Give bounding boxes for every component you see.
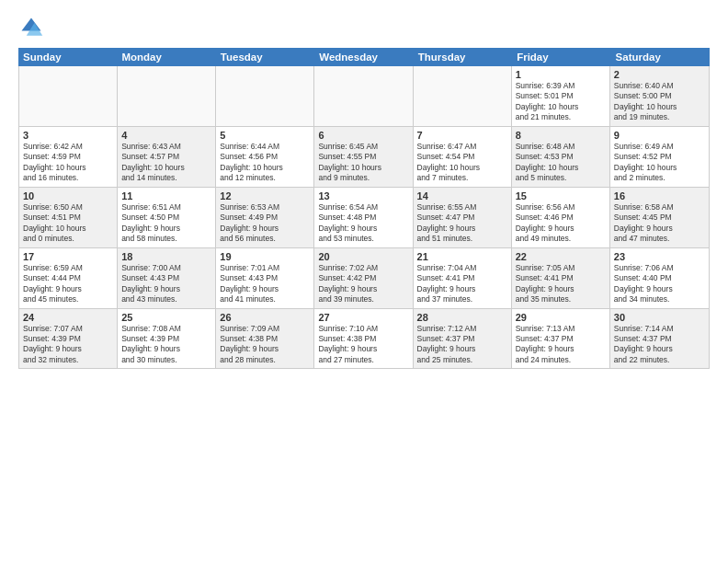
day-number: 11	[121, 190, 211, 201]
calendar-header-cell: Saturday	[611, 48, 710, 66]
day-number: 6	[318, 130, 408, 141]
calendar-header-cell: Thursday	[414, 48, 512, 66]
day-info: Sunrise: 6:39 AM Sunset: 5:01 PM Dayligh…	[516, 81, 606, 123]
calendar-cell	[414, 66, 512, 126]
calendar-cell	[216, 66, 314, 126]
day-info: Sunrise: 7:05 AM Sunset: 4:41 PM Dayligh…	[516, 263, 606, 305]
calendar-cell: 16Sunrise: 6:58 AM Sunset: 4:45 PM Dayli…	[610, 188, 709, 247]
calendar-cell: 4Sunrise: 6:43 AM Sunset: 4:57 PM Daylig…	[118, 127, 216, 187]
day-info: Sunrise: 6:40 AM Sunset: 5:00 PM Dayligh…	[614, 81, 705, 123]
day-number: 20	[318, 251, 408, 262]
calendar-cell: 19Sunrise: 7:01 AM Sunset: 4:43 PM Dayli…	[216, 248, 314, 308]
calendar-week-row: 17Sunrise: 6:59 AM Sunset: 4:44 PM Dayli…	[19, 248, 709, 309]
day-number: 16	[614, 190, 705, 201]
calendar-cell: 25Sunrise: 7:08 AM Sunset: 4:39 PM Dayli…	[118, 309, 216, 369]
header	[18, 15, 710, 40]
calendar-body-rows: 1Sunrise: 6:39 AM Sunset: 5:01 PM Daylig…	[19, 66, 709, 368]
calendar-cell: 14Sunrise: 6:55 AM Sunset: 4:47 PM Dayli…	[414, 188, 512, 247]
day-number: 15	[516, 190, 606, 201]
day-info: Sunrise: 6:44 AM Sunset: 4:56 PM Dayligh…	[220, 142, 310, 184]
calendar-header-cell: Sunday	[18, 48, 117, 66]
day-number: 9	[614, 130, 705, 141]
day-info: Sunrise: 7:10 AM Sunset: 4:38 PM Dayligh…	[318, 324, 408, 366]
day-info: Sunrise: 6:42 AM Sunset: 4:59 PM Dayligh…	[23, 142, 113, 184]
day-info: Sunrise: 6:54 AM Sunset: 4:48 PM Dayligh…	[318, 202, 408, 245]
calendar-cell: 28Sunrise: 7:12 AM Sunset: 4:37 PM Dayli…	[414, 309, 512, 369]
calendar-cell: 12Sunrise: 6:53 AM Sunset: 4:49 PM Dayli…	[216, 188, 314, 247]
day-info: Sunrise: 7:01 AM Sunset: 4:43 PM Dayligh…	[220, 263, 310, 305]
calendar-header-cell: Friday	[512, 48, 610, 66]
day-number: 12	[220, 190, 310, 201]
calendar-cell: 7Sunrise: 6:47 AM Sunset: 4:54 PM Daylig…	[414, 127, 512, 187]
day-number: 17	[23, 251, 113, 262]
calendar-week-row: 10Sunrise: 6:50 AM Sunset: 4:51 PM Dayli…	[19, 188, 709, 248]
day-number: 25	[121, 312, 211, 323]
calendar-cell: 15Sunrise: 6:56 AM Sunset: 4:46 PM Dayli…	[512, 188, 610, 247]
calendar-cell: 24Sunrise: 7:07 AM Sunset: 4:39 PM Dayli…	[19, 309, 118, 369]
day-number: 27	[318, 312, 408, 323]
day-info: Sunrise: 7:07 AM Sunset: 4:39 PM Dayligh…	[23, 324, 113, 366]
calendar-cell: 10Sunrise: 6:50 AM Sunset: 4:51 PM Dayli…	[19, 188, 118, 247]
day-info: Sunrise: 7:14 AM Sunset: 4:37 PM Dayligh…	[614, 324, 705, 366]
day-info: Sunrise: 6:55 AM Sunset: 4:47 PM Dayligh…	[417, 202, 507, 245]
calendar-header-row: SundayMondayTuesdayWednesdayThursdayFrid…	[18, 48, 710, 66]
day-number: 28	[417, 312, 507, 323]
day-number: 19	[220, 251, 310, 262]
day-info: Sunrise: 6:50 AM Sunset: 4:51 PM Dayligh…	[23, 202, 113, 245]
calendar-cell: 13Sunrise: 6:54 AM Sunset: 4:48 PM Dayli…	[314, 188, 413, 247]
day-number: 14	[417, 190, 507, 201]
day-number: 5	[220, 130, 310, 141]
calendar-week-row: 1Sunrise: 6:39 AM Sunset: 5:01 PM Daylig…	[19, 66, 709, 127]
calendar-cell: 6Sunrise: 6:45 AM Sunset: 4:55 PM Daylig…	[314, 127, 413, 187]
day-number: 26	[220, 312, 310, 323]
calendar-header-cell: Monday	[117, 48, 215, 66]
calendar-cell: 27Sunrise: 7:10 AM Sunset: 4:38 PM Dayli…	[314, 309, 413, 369]
day-info: Sunrise: 6:53 AM Sunset: 4:49 PM Dayligh…	[220, 202, 310, 245]
day-number: 13	[318, 190, 408, 201]
calendar-cell: 21Sunrise: 7:04 AM Sunset: 4:41 PM Dayli…	[414, 248, 512, 308]
calendar-cell: 3Sunrise: 6:42 AM Sunset: 4:59 PM Daylig…	[19, 127, 118, 187]
calendar-cell: 9Sunrise: 6:49 AM Sunset: 4:52 PM Daylig…	[610, 127, 709, 187]
day-info: Sunrise: 7:13 AM Sunset: 4:37 PM Dayligh…	[516, 324, 606, 366]
logo-icon	[18, 15, 44, 40]
calendar-cell	[118, 66, 216, 126]
calendar-week-row: 3Sunrise: 6:42 AM Sunset: 4:59 PM Daylig…	[19, 127, 709, 188]
day-info: Sunrise: 6:49 AM Sunset: 4:52 PM Dayligh…	[614, 142, 705, 184]
calendar-cell: 26Sunrise: 7:09 AM Sunset: 4:38 PM Dayli…	[216, 309, 314, 369]
day-info: Sunrise: 6:51 AM Sunset: 4:50 PM Dayligh…	[121, 202, 211, 245]
calendar-cell: 18Sunrise: 7:00 AM Sunset: 4:43 PM Dayli…	[118, 248, 216, 308]
calendar-cell: 8Sunrise: 6:48 AM Sunset: 4:53 PM Daylig…	[512, 127, 610, 187]
day-number: 1	[516, 69, 606, 80]
day-number: 24	[23, 312, 113, 323]
calendar-header-cell: Tuesday	[216, 48, 314, 66]
day-info: Sunrise: 6:59 AM Sunset: 4:44 PM Dayligh…	[23, 263, 113, 305]
calendar-cell: 20Sunrise: 7:02 AM Sunset: 4:42 PM Dayli…	[314, 248, 413, 308]
day-number: 10	[23, 190, 113, 201]
calendar-body: 1Sunrise: 6:39 AM Sunset: 5:01 PM Daylig…	[18, 66, 710, 369]
calendar-week-row: 24Sunrise: 7:07 AM Sunset: 4:39 PM Dayli…	[19, 309, 709, 369]
calendar-cell: 2Sunrise: 6:40 AM Sunset: 5:00 PM Daylig…	[610, 66, 709, 126]
page: SundayMondayTuesdayWednesdayThursdayFrid…	[0, 0, 728, 563]
calendar-cell: 23Sunrise: 7:06 AM Sunset: 4:40 PM Dayli…	[610, 248, 709, 308]
day-number: 30	[614, 312, 705, 323]
calendar-cell: 11Sunrise: 6:51 AM Sunset: 4:50 PM Dayli…	[118, 188, 216, 247]
day-info: Sunrise: 6:43 AM Sunset: 4:57 PM Dayligh…	[121, 142, 211, 184]
calendar-cell: 1Sunrise: 6:39 AM Sunset: 5:01 PM Daylig…	[512, 66, 610, 126]
calendar-cell: 30Sunrise: 7:14 AM Sunset: 4:37 PM Dayli…	[610, 309, 709, 369]
calendar-cell: 29Sunrise: 7:13 AM Sunset: 4:37 PM Dayli…	[512, 309, 610, 369]
day-number: 7	[417, 130, 507, 141]
day-number: 3	[23, 130, 113, 141]
day-number: 2	[614, 69, 705, 80]
day-number: 21	[417, 251, 507, 262]
day-number: 4	[121, 130, 211, 141]
day-info: Sunrise: 7:09 AM Sunset: 4:38 PM Dayligh…	[220, 324, 310, 366]
calendar: SundayMondayTuesdayWednesdayThursdayFrid…	[18, 48, 710, 554]
calendar-cell: 17Sunrise: 6:59 AM Sunset: 4:44 PM Dayli…	[19, 248, 118, 308]
logo	[18, 15, 48, 40]
day-info: Sunrise: 7:12 AM Sunset: 4:37 PM Dayligh…	[417, 324, 507, 366]
day-number: 8	[516, 130, 606, 141]
calendar-cell	[19, 66, 118, 126]
day-info: Sunrise: 7:04 AM Sunset: 4:41 PM Dayligh…	[417, 263, 507, 305]
calendar-header-cell: Wednesday	[314, 48, 413, 66]
day-info: Sunrise: 6:47 AM Sunset: 4:54 PM Dayligh…	[417, 142, 507, 184]
